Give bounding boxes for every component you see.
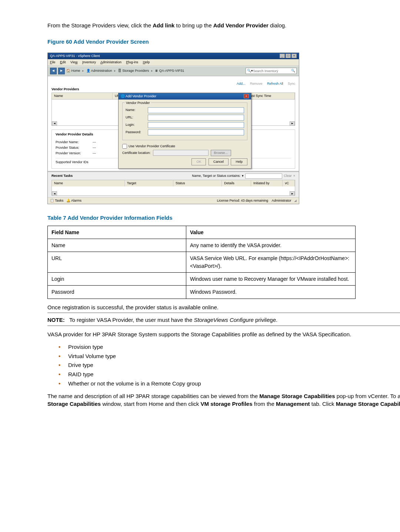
sync-link: Sync [288, 82, 295, 85]
recent-filter: Name, Target or Status contains: ▾ Clear… [192, 174, 295, 179]
note-text-b: privilege. [254, 317, 277, 323]
rcol-status[interactable]: Status [173, 180, 222, 186]
minimize-button[interactable]: _ [280, 54, 285, 58]
help-button[interactable]: Help [231, 158, 247, 165]
field-name: URL [48, 252, 186, 273]
table-row: Name Any name to identify the VASA provi… [48, 239, 356, 252]
provider-version-value: --- [93, 151, 96, 156]
search-icon: 🔍▾ [247, 68, 253, 73]
search-go-icon[interactable]: 🔍 [291, 68, 295, 73]
window-control-buttons: _ □ × [280, 54, 297, 58]
use-cert-checkbox[interactable] [122, 144, 127, 149]
url-label: URL: [126, 115, 148, 120]
nav-forward-button[interactable]: ► [58, 68, 65, 74]
status-tasks[interactable]: Tasks [55, 199, 63, 202]
password-input[interactable] [148, 129, 244, 135]
rcol-vc[interactable]: vC [283, 180, 295, 186]
menu-plugins[interactable]: Plug-ins [126, 60, 139, 64]
rcol-name[interactable]: Name [52, 180, 125, 186]
rcol-initiated[interactable]: Initiated by [251, 180, 283, 186]
field-value: VASA Service Web URL. For example (https… [186, 252, 355, 273]
status-alarms[interactable]: Alarms [71, 199, 81, 202]
close-button[interactable]: × [291, 54, 297, 58]
list-item: RAID type [59, 370, 400, 378]
vendor-providers-label: Vendor Providers [51, 87, 295, 92]
final-f: tab. Click [310, 401, 336, 407]
rcol-target[interactable]: Target [125, 180, 173, 186]
action-links: Add... Remove Refresh All Sync [51, 81, 295, 86]
url-input[interactable] [148, 115, 244, 121]
menu-file[interactable]: FFileile [50, 60, 56, 64]
status-license: License Period: 43 days remaining [217, 199, 268, 202]
col-name[interactable]: Name [52, 93, 113, 99]
group-title: Vendor Provider [125, 101, 151, 105]
dialog-buttons: OK Cancel Help [122, 158, 247, 165]
final-c: pop-up from vCenter. To access the [335, 393, 400, 399]
rcol-details[interactable]: Details [222, 180, 251, 186]
refresh-all-link[interactable]: Refresh All [267, 82, 283, 85]
provider-name-label: Provider Name: [56, 140, 93, 145]
menu-administration[interactable]: Administration [100, 60, 121, 64]
dialog-close-button[interactable]: × [244, 94, 249, 98]
maximize-button[interactable]: □ [286, 54, 291, 58]
final-b5: Manage Storage Capabilities [336, 401, 400, 407]
note-label: NOTE: [47, 317, 65, 323]
window-title: QA-APPS-VIP31 - vSphere Client [50, 54, 100, 58]
home-icon[interactable]: 🏠 [66, 69, 70, 73]
name-input[interactable] [148, 107, 244, 113]
menu-view[interactable]: View [70, 60, 77, 64]
filter-input[interactable] [245, 174, 282, 179]
resize-grip-icon[interactable]: ◢ [294, 199, 297, 202]
chevron-right-icon: ▸ [114, 69, 116, 73]
menu-inventory[interactable]: Inventory [82, 60, 96, 64]
host-icon: 🖥 [155, 69, 158, 73]
recent-tasks-title: Recent Tasks [51, 174, 73, 178]
scroll-right-button[interactable]: ▸ [290, 121, 295, 126]
menu-help[interactable]: Help [143, 60, 150, 64]
provider-name-value: --- [93, 140, 96, 145]
rscroll-right[interactable]: ▸ [290, 191, 295, 196]
field-value: Any name to identify the VASA provider. [186, 239, 355, 252]
admin-icon: 👤 [86, 69, 90, 73]
dialog-titlebar: 🌐 Add Vendor Provider × [119, 93, 251, 100]
cert-location-label: Certificate location: [122, 151, 151, 155]
login-input[interactable] [148, 122, 244, 128]
scroll-left-button[interactable]: ◂ [52, 121, 57, 126]
note-paragraph: NOTE: To register VASA Provider, the use… [47, 316, 400, 324]
alarms-icon[interactable]: 🔔 [66, 199, 70, 202]
col-last-sync[interactable]: Last Sync Time [246, 93, 295, 99]
menu-edit[interactable]: Edit [60, 60, 66, 64]
breadcrumb-host[interactable]: QA-APPS-VIP31 [159, 69, 184, 73]
breadcrumb-home[interactable]: Home [71, 69, 80, 73]
name-label: Name: [126, 108, 148, 112]
add-link[interactable]: Add... [237, 82, 246, 85]
field-value: Windows user name to Recovery Manager fo… [186, 273, 355, 286]
cancel-button[interactable]: Cancel [209, 158, 229, 165]
recent-table-header: Name Target Status Details Initiated by … [52, 180, 295, 186]
field-name: Password [48, 286, 186, 299]
table-header-row: Field Name Value [48, 226, 356, 239]
rscroll-left[interactable]: ◂ [52, 191, 57, 196]
vasa-support-text: VASA provider for HP 3PAR Storage System… [47, 330, 400, 339]
breadcrumb-admin[interactable]: Administration [91, 69, 112, 73]
figure-caption: Figure 60 Add Vendor Provider Screen [47, 38, 400, 46]
search-input[interactable] [253, 69, 290, 73]
cert-checkbox-row: Use Vendor Provider Certificate [122, 144, 247, 149]
recent-tasks-table: Name Target Status Details Initiated by … [51, 180, 295, 196]
toolbar: ◄ ► 🏠 Home ▸ 👤 Administration ▸ 🗄 Storag… [48, 66, 299, 76]
table-caption: Table 7 Add Vendor Provider Information … [47, 214, 400, 222]
storage-icon: 🗄 [118, 69, 121, 73]
search-box[interactable]: 🔍▾ 🔍 [246, 68, 297, 74]
final-e: from the [253, 401, 276, 407]
nav-back-button[interactable]: ◄ [50, 68, 57, 74]
close-panel-icon[interactable]: × [293, 174, 295, 178]
filter-dropdown-icon[interactable]: ▾ [242, 174, 244, 178]
clear-button[interactable]: Clear [284, 174, 292, 178]
field-name: Name [48, 239, 186, 252]
dialog-body: Vendor Provider Name: URL: Login: Passwo… [119, 100, 251, 168]
breadcrumb-storage-providers[interactable]: Storage Providers [122, 69, 149, 73]
tasks-icon[interactable]: 📋 [50, 199, 54, 202]
list-item: Provision type [59, 343, 400, 351]
field-value: Windows Password. [186, 286, 355, 299]
dialog-icon: 🌐 [121, 94, 125, 98]
